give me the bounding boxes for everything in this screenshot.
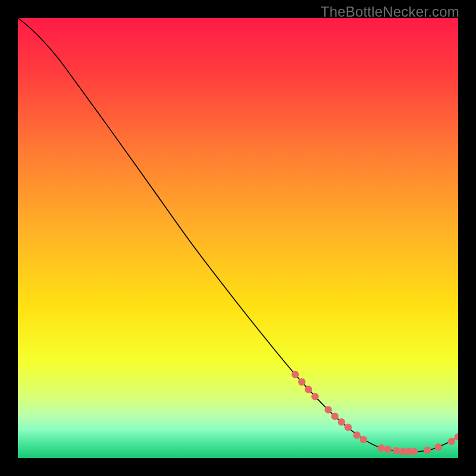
data-marker <box>292 371 299 378</box>
data-marker <box>311 393 318 400</box>
data-marker <box>377 444 384 452</box>
data-marker <box>331 413 339 420</box>
data-marker <box>393 447 400 454</box>
data-marker <box>411 448 418 455</box>
data-marker <box>435 443 442 450</box>
data-marker <box>325 406 332 413</box>
data-marker <box>345 424 352 431</box>
plot-area <box>18 18 458 458</box>
chart-svg <box>18 18 458 458</box>
data-marker <box>384 446 391 453</box>
data-marker <box>305 386 312 393</box>
gradient-background <box>18 18 458 458</box>
data-marker <box>360 436 367 443</box>
data-marker <box>448 438 455 445</box>
chart-stage: TheBottleNecker.com <box>0 0 476 476</box>
data-marker <box>424 446 431 453</box>
data-marker <box>338 418 345 425</box>
data-marker <box>353 431 361 439</box>
data-marker <box>298 378 305 386</box>
